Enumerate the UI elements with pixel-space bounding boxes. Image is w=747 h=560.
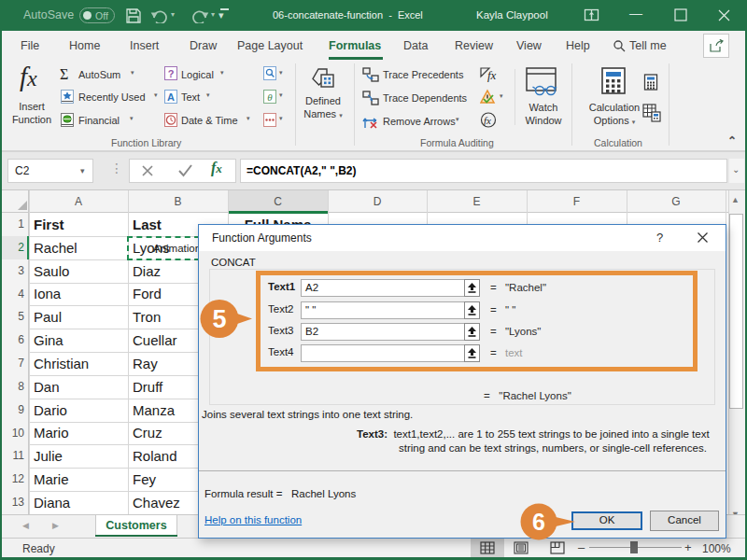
svg-text:?: ? <box>168 68 175 79</box>
svg-text:A: A <box>167 91 175 103</box>
svg-text:5: 5 <box>212 305 226 333</box>
svg-text:6: 6 <box>532 509 545 535</box>
svg-text:fx: fx <box>487 68 497 82</box>
svg-text:θ: θ <box>267 91 273 103</box>
svg-text:fx: fx <box>484 115 491 126</box>
